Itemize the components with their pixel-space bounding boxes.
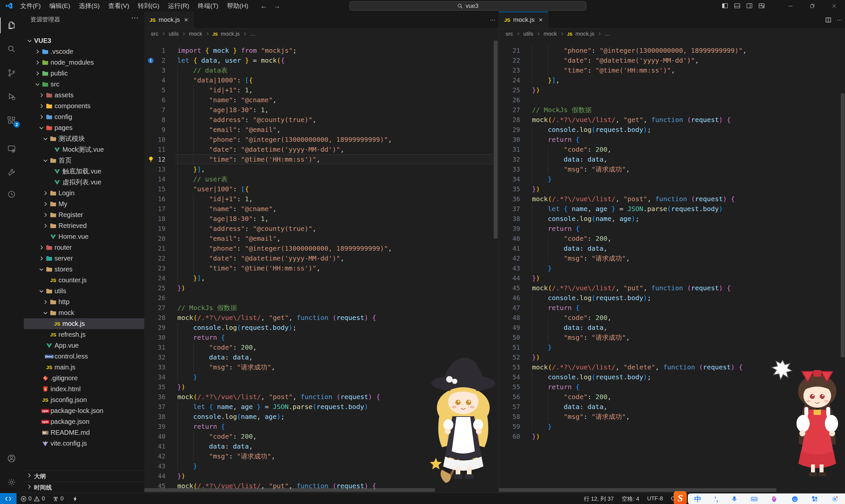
code-line[interactable]: 38console.log(name, age); xyxy=(144,412,499,421)
horizontal-scrollbar[interactable] xyxy=(499,488,776,492)
breadcrumb-item[interactable]: utils xyxy=(523,31,533,37)
vertical-scrollbar[interactable] xyxy=(841,93,845,357)
tree-item-src[interactable]: src xyxy=(24,79,144,90)
customize-layout-icon[interactable] xyxy=(758,2,765,9)
toggle-secondary-sidebar-icon[interactable] xyxy=(746,2,753,9)
minimize-button[interactable] xyxy=(780,0,801,12)
tree-item-package.json[interactable]: npmpackage.json xyxy=(24,416,144,427)
more-actions-icon[interactable]: ⋯ xyxy=(837,17,842,23)
code-line[interactable]: 21"phone": "@integer(13000000000, 189999… xyxy=(499,46,845,55)
code-line[interactable]: 16"id|+1": 1, xyxy=(144,194,499,204)
sidebar-more-actions-icon[interactable]: ⋯ xyxy=(131,14,139,22)
code-line[interactable]: 24}], xyxy=(499,75,845,85)
code-line[interactable]: 45mock(/.*?\/vue\/list/, "put", function… xyxy=(499,283,845,293)
tree-item-.gitignore[interactable]: .gitignore xyxy=(24,373,144,384)
code-line[interactable]: 24}], xyxy=(144,273,499,283)
code-line[interactable]: 58"msg": "请求成功", xyxy=(499,412,845,421)
split-editor-icon[interactable] xyxy=(825,17,831,23)
account-icon[interactable] xyxy=(0,451,23,466)
back-arrow-icon[interactable]: ← xyxy=(260,2,268,10)
tree-item-refresh.js[interactable]: JSrefresh.js xyxy=(24,329,144,340)
code-line[interactable]: 23"time": "@time('HH:mm:ss')", xyxy=(144,263,499,273)
code-line[interactable]: 51} xyxy=(499,342,845,352)
menu-go[interactable]: 转到(G) xyxy=(133,0,163,12)
code-line[interactable]: 30return { xyxy=(499,134,845,144)
tree-item-jsconfig.json[interactable]: JSjsconfig.json xyxy=(24,395,144,406)
tree-item-router[interactable]: router xyxy=(24,242,144,253)
code-line[interactable]: 12"time": "@time('HH:mm:ss')", xyxy=(144,155,499,164)
code-line[interactable]: 19"address": "@county(true)", xyxy=(144,223,499,234)
breadcrumb-item[interactable]: mock xyxy=(189,31,203,37)
tree-item-utils[interactable]: utils xyxy=(24,286,144,296)
code-line[interactable]: 10"phone": "@integer(13000000000, 189999… xyxy=(144,134,499,144)
breadcrumb-item[interactable]: src xyxy=(505,31,513,37)
tree-item-vite.config.js[interactable]: vite.config.js xyxy=(24,438,144,449)
code-line[interactable]: 27// MockJs 假数据 xyxy=(144,303,499,313)
restore-button[interactable] xyxy=(801,0,823,12)
toggle-panel-icon[interactable] xyxy=(734,2,741,9)
tree-item-虚拟列表.vue[interactable]: 虚拟列表.vue xyxy=(24,177,144,188)
code-line[interactable]: 32data: data, xyxy=(144,352,499,362)
vertical-scrollbar[interactable] xyxy=(494,40,498,238)
keyboard-icon[interactable] xyxy=(751,496,758,503)
encoding[interactable]: UTF-8 xyxy=(647,496,663,502)
code-line[interactable]: 11"date": "@datetime('yyyy-MM-dd')", xyxy=(144,144,499,155)
tab-mockjs[interactable]: JSmock.js× xyxy=(144,12,193,28)
tree-item-stores[interactable]: stores xyxy=(24,264,144,275)
tab-close-icon[interactable]: × xyxy=(539,16,543,24)
code-line[interactable]: 48"code": 200, xyxy=(499,313,845,323)
feedback-zap-icon[interactable] xyxy=(72,496,78,502)
tools-icon[interactable] xyxy=(0,165,23,180)
code-line[interactable]: 60}) xyxy=(499,431,845,441)
code-line[interactable]: 44}) xyxy=(144,471,499,481)
cursor-position[interactable]: 行 12, 列 37 xyxy=(584,495,614,503)
mic-icon[interactable] xyxy=(731,496,738,502)
code-editor[interactable]: 1import { mock } from "mockjs";2let { da… xyxy=(144,40,499,493)
outline-section[interactable]: 大纲 xyxy=(24,470,144,482)
tree-item-Login[interactable]: Login xyxy=(24,188,144,199)
code-line[interactable]: 6"name": "@cname", xyxy=(144,95,499,105)
code-line[interactable]: 40"code": 200, xyxy=(499,234,845,244)
code-line[interactable]: 33"msg": "请求成功", xyxy=(499,164,845,174)
code-line[interactable]: 46console.log(request.body); xyxy=(499,293,845,303)
lightbulb-icon[interactable] xyxy=(148,155,156,163)
code-line[interactable]: 2let { data, user } = mock({ xyxy=(144,55,499,65)
tree-item-config[interactable]: config xyxy=(24,111,144,122)
toggle-sidebar-icon[interactable] xyxy=(722,2,728,9)
code-line[interactable]: 25}) xyxy=(499,85,845,95)
tree-item-首页[interactable]: 首页 xyxy=(24,155,144,166)
code-line[interactable]: 22"date": "@datetime('yyyy-MM-dd')", xyxy=(499,55,845,65)
breadcrumb-item[interactable]: mock.js xyxy=(575,31,594,37)
tree-item-counter.js[interactable]: JScounter.js xyxy=(24,275,144,286)
extensions-icon[interactable]: 2 xyxy=(0,112,23,128)
code-line[interactable]: 35}) xyxy=(144,382,499,392)
breadcrumb-item[interactable]: … xyxy=(250,31,256,37)
tab-close-icon[interactable]: × xyxy=(184,16,188,24)
run-debug-icon[interactable] xyxy=(0,89,23,105)
code-line[interactable]: 41data: data, xyxy=(499,244,845,253)
code-line[interactable]: 52}) xyxy=(499,352,845,362)
code-line[interactable]: 29console.log(request.body); xyxy=(499,125,845,134)
code-line[interactable]: 29console.log(request.body); xyxy=(144,323,499,332)
problems-errors[interactable]: 0 xyxy=(20,496,31,502)
tree-item-main.js[interactable]: JSmain.js xyxy=(24,362,144,373)
code-line[interactable]: 44}) xyxy=(499,273,845,283)
tree-item-触底加载.vue[interactable]: 触底加载.vue xyxy=(24,166,144,177)
code-line[interactable]: 56"code": 200, xyxy=(499,392,845,402)
punctuation-icon[interactable]: ’, xyxy=(714,495,718,503)
code-line[interactable]: 15"user|100": [{ xyxy=(144,184,499,194)
remote-explorer-icon[interactable] xyxy=(0,141,23,157)
source-control-icon[interactable] xyxy=(0,65,23,81)
tree-item-Home.vue[interactable]: Home.vue xyxy=(24,231,144,242)
code-line[interactable]: 20"email": "@email", xyxy=(144,234,499,244)
breadcrumb[interactable]: srcutilsmockJSmock.js… xyxy=(144,28,499,40)
menu-help[interactable]: 帮助(H) xyxy=(223,0,252,12)
code-line[interactable]: 39return { xyxy=(144,421,499,431)
tree-item-mock.js[interactable]: JSmock.js xyxy=(24,318,144,329)
code-line[interactable]: 1import { mock } from "mockjs"; xyxy=(144,46,499,55)
tree-item-测试模块[interactable]: 测试模块 xyxy=(24,133,144,144)
tab-mockjs[interactable]: JSmock.js× xyxy=(499,12,548,28)
indentation[interactable]: 空格: 4 xyxy=(622,495,639,503)
code-line[interactable]: 47return { xyxy=(499,303,845,313)
code-line[interactable]: 33"msg": "请求成功", xyxy=(144,362,499,372)
